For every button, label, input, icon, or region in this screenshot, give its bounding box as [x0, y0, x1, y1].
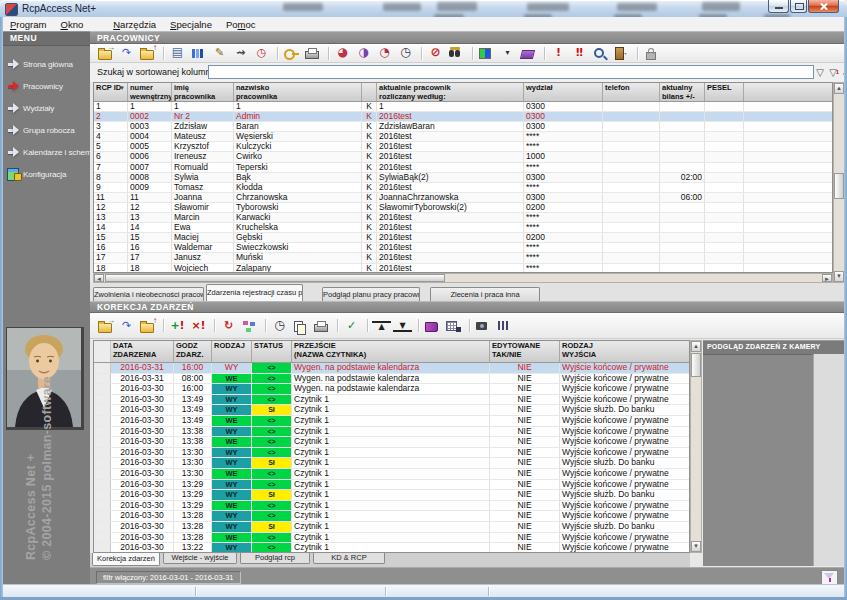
column-header-edytowane-tak-nie[interactable]: EDYTOWANETAK/NIE	[490, 341, 560, 362]
column-header-data-zdarzenia[interactable]: DATAZDARZENIA	[111, 341, 174, 362]
column-header-telefon[interactable]: telefon	[603, 83, 660, 101]
tab-podglad-rcp[interactable]: Podgląd rcp	[240, 553, 310, 564]
employee-row[interactable]: 1717JanuszMuńskiK2016test****	[94, 253, 832, 263]
redo-icon[interactable]: ↷	[117, 45, 136, 61]
lock-icon[interactable]	[642, 45, 661, 61]
event-row[interactable]: 2016-03-3013:38WE<>Czytnik 1NIEWyjście k…	[94, 437, 689, 448]
search-input[interactable]	[208, 65, 814, 79]
event-row[interactable]: 2016-03-3013:30WY<>Czytnik 1NIEWyjście k…	[94, 448, 689, 459]
event-row[interactable]: 2016-03-3013:49WY<>Czytnik 1NIEWyjście k…	[94, 395, 689, 406]
event-row[interactable]: 2016-03-3013:30WE<>Czytnik 1NIEWyjście k…	[94, 469, 689, 480]
eraser-icon[interactable]	[519, 45, 538, 61]
funnel-icon[interactable]: ▽	[814, 66, 826, 79]
column-header-rodzaj-wyjscia[interactable]: RODZAJWYJŚCIA	[560, 341, 690, 362]
scroll-up-icon[interactable]: ▲	[834, 83, 844, 94]
column-header-item[interactable]	[744, 83, 833, 101]
scroll-down-icon[interactable]: ▼	[691, 541, 701, 552]
sidebar-item-kalendarze-i-schematy[interactable]: Kalendarze i schematy	[3, 141, 90, 163]
zoom-in-icon[interactable]	[591, 45, 610, 61]
bar-chart-icon[interactable]	[189, 45, 208, 61]
scroll-right-icon[interactable]: ►	[822, 274, 832, 282]
hscroll-thumb[interactable]	[105, 274, 445, 282]
sidebar-item-pracownicy[interactable]: Pracownicy	[3, 75, 90, 97]
employee-row[interactable]: 30003ZdzisławBaranKZdzisławBaran0300	[94, 122, 832, 132]
employee-row[interactable]: 1515MaciejGębskiK2016test0200	[94, 233, 832, 243]
column-header-aktualny-bilans[interactable]: aktualnybilans +/-	[660, 83, 705, 101]
pie-violet-icon[interactable]: ◑	[354, 45, 373, 61]
column-header-rcp-id[interactable]: RCP ID▼	[94, 83, 128, 101]
employee-row[interactable]: 90009TomaszKłoddaK2016test****	[94, 183, 832, 193]
tab-korekcja-zdarzen[interactable]: Korekcja zdarzeń	[92, 553, 160, 566]
employee-row[interactable]: 60006IreneuszĆwirkoK2016test1000	[94, 152, 832, 162]
copy-icon[interactable]	[291, 318, 310, 334]
runner-icon[interactable]: ⇝	[231, 45, 250, 61]
columns-icon[interactable]	[495, 318, 514, 334]
column-header-aktualnie-pracownik-rozliczany-wedlug[interactable]: aktualnie pracownikrozliczany według:	[377, 83, 524, 101]
open-folder-icon[interactable]: →	[96, 45, 115, 61]
event-row[interactable]: 2016-03-3016:00WY<>Wygen. na podstawie k…	[94, 384, 689, 395]
menu-narzedzia[interactable]: Narzędzia	[106, 17, 163, 31]
event-row[interactable]: 2016-03-3013:22WY<>Czytnik 1NIEWyjście k…	[94, 543, 689, 553]
vscroll-thumb[interactable]	[834, 173, 844, 199]
scroll-up-icon[interactable]: ▲	[691, 341, 701, 352]
clock-icon[interactable]: ◷	[270, 318, 289, 334]
book-icon[interactable]	[423, 318, 442, 334]
vscroll-thumb[interactable]	[691, 353, 701, 377]
exit-door-icon[interactable]	[612, 45, 631, 61]
color-grid-icon[interactable]	[477, 45, 496, 61]
plus-excl-icon[interactable]: +!	[168, 318, 187, 334]
column-header-item[interactable]	[362, 83, 377, 101]
event-row[interactable]: 2016-03-3013:49WYSłCzytnik 1NIEWyjście s…	[94, 405, 689, 416]
menu-program[interactable]: Program	[3, 17, 54, 31]
pie-red2-icon[interactable]: ◔	[375, 45, 394, 61]
employee-row[interactable]: 1414EwaKruchelskaK2016test****	[94, 223, 832, 233]
pie-red-icon[interactable]: ◕	[333, 45, 352, 61]
employee-row[interactable]: 70007RomualdTeperskiK2016test****	[94, 163, 832, 173]
save-folder-icon[interactable]: ↑	[138, 318, 157, 334]
column-header-pesel[interactable]: PESEL	[705, 83, 744, 101]
exclaim-double-icon[interactable]: ‼	[570, 45, 589, 61]
column-header-godz-zdarz[interactable]: GODZZDARZ.	[174, 341, 212, 362]
event-row[interactable]: 2016-03-3013:49WE<>Czytnik 1NIEWyjście k…	[94, 416, 689, 427]
sidebar-item-grupa-robocza[interactable]: Grupa robocza	[3, 119, 90, 141]
employee-row[interactable]: 1111K10300	[94, 102, 832, 112]
employee-row[interactable]: 1212SławomirTyborowskiKSławomirTyborowsk…	[94, 203, 832, 213]
refresh-red-icon[interactable]: ↻	[219, 318, 238, 334]
maximize-button[interactable]	[790, 0, 807, 13]
column-header-przejscie-nazwa-czytnika[interactable]: PRZEJŚCIE(NAZWA CZYTNIKA)	[292, 341, 490, 362]
scroll-left-icon[interactable]: ◄	[94, 274, 104, 282]
event-row[interactable]: 2016-03-3013:28WY<>Czytnik 1NIEWyjście k…	[94, 511, 689, 522]
funnel-1-icon[interactable]: ▽1	[827, 66, 839, 79]
employee-row[interactable]: 20002Nr 2AdminK2016test0300	[94, 112, 832, 122]
printer-icon[interactable]	[312, 318, 331, 334]
employee-row[interactable]: 1111JoannaChrzanowskaKJoannaChrzanowska0…	[94, 193, 832, 203]
event-row[interactable]: 2016-03-3108:00WE<>Wygen. na podstawie k…	[94, 374, 689, 385]
events-vscrollbar[interactable]: ▲ ▼	[690, 340, 702, 553]
clock-icon[interactable]: ◷	[396, 45, 415, 61]
tab-kd-rcp[interactable]: KD & RCP	[313, 553, 385, 564]
binoculars-icon[interactable]	[447, 45, 466, 61]
minimize-button[interactable]	[768, 0, 789, 13]
sidebar-item-konfiguracja[interactable]: Konfiguracja	[3, 163, 90, 185]
menu-okno[interactable]: Okno	[54, 17, 91, 31]
badge-icon[interactable]: ▤	[168, 45, 187, 61]
event-row[interactable]: 2016-03-3116:00WY<>Wygen. na podstawie k…	[94, 363, 689, 374]
scroll-down-icon[interactable]: ▼	[834, 271, 844, 282]
column-header-imie-pracownika[interactable]: imiępracownika	[172, 83, 234, 101]
tab-zlecenia-i-praca-inna[interactable]: Zlecenia i praca inna	[430, 287, 540, 301]
printer-icon[interactable]	[303, 45, 322, 61]
column-header-wydzial[interactable]: wydział	[524, 83, 603, 101]
employee-row[interactable]: 80008SylwiaBąkKSylwiaBąk(2)030002:00	[94, 173, 832, 183]
sidebar-item-wydzialy[interactable]: Wydziały	[3, 97, 90, 119]
event-row[interactable]: 2016-03-3013:38WY<>Czytnik 1NIEWyjście k…	[94, 427, 689, 438]
edit-icon[interactable]: ✎	[210, 45, 229, 61]
open-folder-icon[interactable]: →	[96, 318, 115, 334]
tab-wejscie-wyjscie[interactable]: Wejście - wyjście	[163, 553, 237, 564]
event-row[interactable]: 2016-03-3013:28WE<>Czytnik 1NIEWyjście k…	[94, 533, 689, 544]
filter-icon[interactable]	[821, 570, 838, 585]
close-button[interactable]	[808, 0, 839, 13]
tab-zdarzenia-rejestracji-czasu-pracy[interactable]: Zdarzenia rejestracji czasu pracy	[206, 284, 303, 301]
event-row[interactable]: 2016-03-3013:29WE<>Czytnik 1NIEWyjście k…	[94, 501, 689, 512]
employee-row[interactable]: 40004MateuszWęsierskiK2016test****	[94, 132, 832, 142]
column-header-numer-wewnetrzny[interactable]: numerwewnętrzny	[128, 83, 172, 101]
